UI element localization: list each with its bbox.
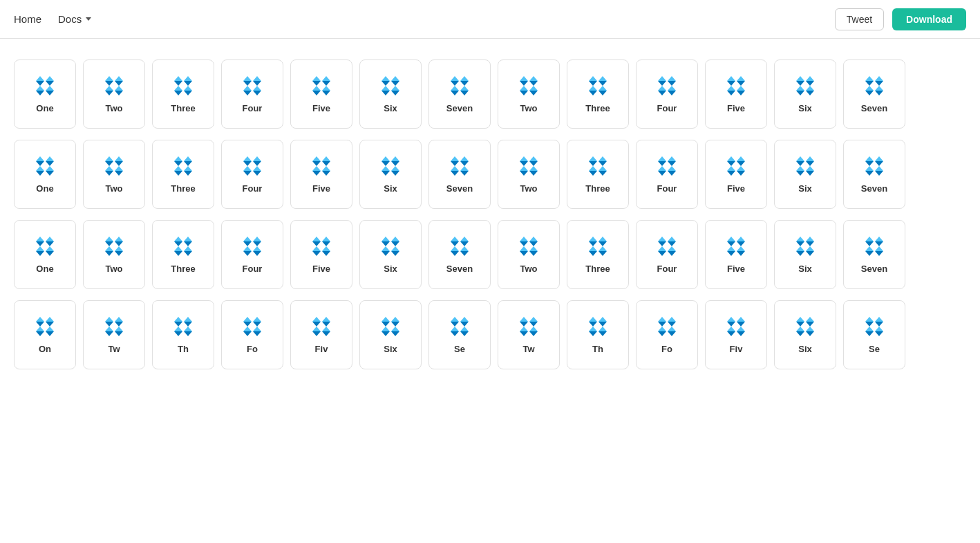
- card-2-4[interactable]: Five: [290, 220, 352, 289]
- svg-marker-335: [184, 331, 192, 336]
- card-1-0[interactable]: One: [14, 140, 76, 209]
- svg-marker-124: [174, 166, 182, 171]
- card-2-10[interactable]: Five: [705, 220, 767, 289]
- svg-marker-62: [529, 86, 538, 91]
- svg-marker-134: [253, 166, 261, 171]
- svg-marker-58: [529, 76, 538, 81]
- card-label: Four: [243, 183, 263, 194]
- card-3-12[interactable]: Se: [843, 300, 905, 369]
- card-2-5[interactable]: Six: [359, 220, 422, 289]
- svg-marker-346: [322, 317, 330, 322]
- card-2-3[interactable]: Four: [221, 220, 283, 289]
- download-button[interactable]: Download: [892, 8, 966, 30]
- svg-marker-269: [520, 251, 528, 256]
- card-3-1[interactable]: Tw: [83, 300, 145, 369]
- diamond-icon: [32, 74, 57, 99]
- card-0-0[interactable]: One: [14, 59, 76, 129]
- svg-marker-189: [727, 171, 735, 176]
- card-0-12[interactable]: Seven: [843, 59, 905, 129]
- card-0-10[interactable]: Five: [705, 59, 767, 129]
- tweet-button[interactable]: Tweet: [835, 8, 884, 30]
- svg-marker-147: [391, 161, 399, 166]
- card-3-3[interactable]: Fo: [221, 300, 283, 369]
- card-0-3[interactable]: Four: [221, 59, 283, 129]
- svg-marker-276: [589, 246, 597, 251]
- card-0-6[interactable]: Seven: [428, 59, 491, 129]
- card-1-6[interactable]: Seven: [428, 140, 491, 209]
- svg-marker-142: [322, 166, 330, 171]
- card-1-11[interactable]: Six: [774, 140, 836, 209]
- card-2-12[interactable]: Seven: [843, 220, 905, 289]
- card-0-7[interactable]: Two: [498, 59, 560, 129]
- svg-marker-247: [322, 251, 330, 256]
- card-2-6[interactable]: Seven: [428, 220, 491, 289]
- card-3-7[interactable]: Tw: [498, 300, 560, 369]
- card-2-1[interactable]: Two: [83, 220, 145, 289]
- card-1-10[interactable]: Five: [705, 140, 767, 209]
- docs-link[interactable]: Docs: [58, 13, 91, 25]
- card-0-4[interactable]: Five: [290, 59, 352, 129]
- card-3-11[interactable]: Six: [774, 300, 836, 369]
- card-2-8[interactable]: Three: [567, 220, 629, 289]
- svg-marker-201: [865, 161, 874, 166]
- svg-marker-400: [796, 317, 804, 322]
- card-1-7[interactable]: Two: [498, 140, 560, 209]
- card-1-4[interactable]: Five: [290, 140, 352, 209]
- svg-marker-338: [253, 317, 261, 322]
- card-3-4[interactable]: Fiv: [290, 300, 352, 369]
- card-label: Five: [312, 183, 330, 194]
- svg-marker-299: [806, 241, 814, 246]
- card-label: Tw: [108, 344, 120, 355]
- card-2-9[interactable]: Four: [636, 220, 698, 289]
- svg-marker-202: [875, 156, 883, 161]
- card-2-7[interactable]: Two: [498, 220, 560, 289]
- card-0-11[interactable]: Six: [774, 59, 836, 129]
- svg-marker-406: [806, 326, 814, 331]
- card-3-9[interactable]: Fo: [636, 300, 698, 369]
- card-3-6[interactable]: Se: [428, 300, 491, 369]
- svg-marker-296: [796, 237, 804, 241]
- card-1-9[interactable]: Four: [636, 140, 698, 209]
- card-3-10[interactable]: Fiv: [705, 300, 767, 369]
- card-0-8[interactable]: Three: [567, 59, 629, 129]
- svg-marker-6: [46, 86, 54, 91]
- card-0-2[interactable]: Three: [152, 59, 214, 129]
- card-1-5[interactable]: Six: [359, 140, 422, 209]
- card-2-2[interactable]: Three: [152, 220, 214, 289]
- svg-marker-363: [460, 322, 469, 326]
- svg-marker-401: [796, 322, 804, 326]
- svg-marker-180: [658, 166, 666, 171]
- svg-marker-405: [796, 331, 804, 336]
- card-label: Seven: [861, 264, 887, 275]
- card-3-5[interactable]: Six: [359, 300, 422, 369]
- diamond-icon: [240, 234, 265, 259]
- svg-marker-249: [381, 241, 390, 246]
- svg-marker-78: [668, 86, 676, 91]
- card-2-0[interactable]: One: [14, 220, 76, 289]
- svg-marker-94: [806, 86, 814, 91]
- svg-marker-402: [806, 317, 814, 322]
- card-0-5[interactable]: Six: [359, 59, 422, 129]
- card-1-2[interactable]: Three: [152, 140, 214, 209]
- svg-marker-407: [806, 331, 814, 336]
- card-0-9[interactable]: Four: [636, 59, 698, 129]
- svg-marker-298: [806, 237, 814, 241]
- card-2-11[interactable]: Six: [774, 220, 836, 289]
- card-label: One: [36, 264, 53, 275]
- card-3-8[interactable]: Th: [567, 300, 629, 369]
- card-1-12[interactable]: Seven: [843, 140, 905, 209]
- card-1-3[interactable]: Four: [221, 140, 283, 209]
- card-1-8[interactable]: Three: [567, 140, 629, 209]
- svg-marker-56: [520, 76, 528, 81]
- svg-marker-47: [391, 91, 399, 95]
- card-3-0[interactable]: On: [14, 300, 76, 369]
- svg-marker-97: [865, 81, 874, 86]
- card-label: Six: [798, 183, 812, 194]
- card-3-2[interactable]: Th: [152, 300, 214, 369]
- home-link[interactable]: Home: [14, 13, 41, 25]
- svg-marker-130: [253, 156, 261, 161]
- card-1-1[interactable]: Two: [83, 140, 145, 209]
- svg-marker-89: [796, 81, 804, 86]
- card-0-1[interactable]: Two: [83, 59, 145, 129]
- svg-marker-237: [243, 251, 252, 256]
